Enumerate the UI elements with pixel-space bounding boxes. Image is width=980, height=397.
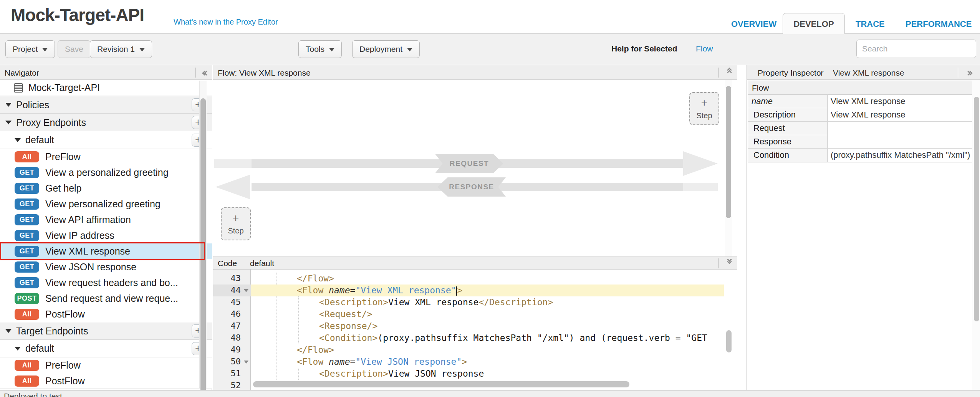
request-arrowhead-icon bbox=[683, 151, 718, 176]
navigator-title: Navigator bbox=[5, 68, 39, 78]
proxy-editor-app: Mock-Target-API What's new in the Proxy … bbox=[0, 0, 980, 397]
caret-down-icon bbox=[407, 48, 412, 51]
nav-target-postflow[interactable]: All PostFlow bbox=[0, 373, 212, 389]
property-inspector-scrollbar[interactable] bbox=[972, 80, 980, 390]
app-header: Mock-Target-API What's new in the Proxy … bbox=[0, 0, 980, 34]
deployment-menu-button[interactable]: Deployment bbox=[352, 40, 420, 58]
property-table: Flow name View XML response Description … bbox=[748, 81, 973, 162]
nav-flow-view-personalized-greeting[interactable]: GET View personalized greeting bbox=[0, 196, 212, 212]
nav-target-endpoint-default[interactable]: default + bbox=[0, 340, 212, 357]
property-value-field[interactable] bbox=[827, 122, 972, 135]
nav-target-preflow[interactable]: All PreFlow bbox=[0, 357, 212, 373]
code-line: </Flow> bbox=[251, 344, 724, 356]
line-number: 44 bbox=[231, 285, 241, 295]
property-row-name: name View XML response bbox=[748, 95, 972, 108]
nav-flow-send-request[interactable]: POST Send request and view reque... bbox=[0, 291, 212, 306]
flow-panel: Flow: View XML response + Step REQUEST bbox=[213, 65, 737, 390]
nav-flow-preflow[interactable]: All PreFlow bbox=[0, 149, 212, 165]
disclosure-triangle-icon[interactable] bbox=[15, 347, 21, 351]
line-number: 49 bbox=[231, 345, 241, 354]
method-badge-all: All bbox=[15, 375, 39, 387]
nav-section-proxy-endpoints[interactable]: Proxy Endpoints + bbox=[0, 114, 212, 131]
proxy-icon bbox=[14, 83, 23, 93]
collapse-flow-panel-icon[interactable] bbox=[728, 68, 731, 73]
code-line: <Description>View JSON response bbox=[251, 368, 724, 380]
divider bbox=[958, 68, 958, 78]
disclosure-triangle-icon[interactable] bbox=[15, 138, 21, 142]
divider bbox=[718, 258, 719, 268]
property-label: Description bbox=[748, 108, 827, 121]
property-inspector-title: Property Inspector bbox=[758, 68, 824, 78]
code-editor[interactable]: 43 44 45 46 47 48 49 50 51 52 </Flow> <F… bbox=[213, 270, 737, 390]
navigator-scrollbar[interactable] bbox=[199, 81, 207, 388]
line-number: 43 bbox=[231, 273, 241, 283]
nav-flow-view-json-response[interactable]: GET View JSON response bbox=[0, 259, 212, 275]
tab-overview[interactable]: OVERVIEW bbox=[731, 19, 776, 29]
code-panel-header: Code default bbox=[213, 256, 737, 270]
flow-canvas-scrollbar-thumb[interactable] bbox=[726, 86, 731, 218]
property-inspector-header: Property Inspector View XML response bbox=[747, 65, 980, 80]
tools-menu-button[interactable]: Tools bbox=[298, 40, 342, 58]
fold-caret-icon[interactable] bbox=[244, 361, 248, 364]
help-for-selected-label: Help for Selected bbox=[611, 44, 677, 53]
flow-canvas-scrollbar[interactable] bbox=[725, 80, 732, 256]
fold-caret-icon[interactable] bbox=[244, 289, 248, 292]
property-value-field[interactable]: View XML response bbox=[827, 95, 972, 108]
caret-down-icon bbox=[42, 48, 48, 51]
line-number: 48 bbox=[231, 333, 241, 342]
deployed-to-test-label: Deployed to test bbox=[4, 392, 62, 397]
flow-diagram-canvas: + Step REQUEST RESPONSE + bbox=[213, 80, 737, 256]
method-badge-all: All bbox=[15, 360, 39, 371]
property-row-condition: Condition (proxy.pathsuffix MatchesPath … bbox=[748, 149, 972, 162]
nav-flow-view-api-affirmation[interactable]: GET View API affirmation bbox=[0, 212, 212, 228]
property-row-request: Request bbox=[748, 122, 972, 135]
property-label: Response bbox=[748, 135, 827, 148]
method-badge-get: GET bbox=[15, 230, 39, 241]
nav-proxy-endpoint-default[interactable]: default + bbox=[0, 131, 212, 149]
nav-flow-view-a-personalized-greeting[interactable]: GET View a personalized greeting bbox=[0, 165, 212, 180]
nav-section-policies[interactable]: Policies + bbox=[0, 96, 212, 114]
property-value-field[interactable] bbox=[827, 135, 972, 148]
divider bbox=[718, 68, 719, 78]
revision-menu-button[interactable]: Revision 1 bbox=[90, 40, 152, 58]
add-step-button-response[interactable]: + Step bbox=[689, 92, 719, 125]
method-badge-get: GET bbox=[15, 167, 39, 178]
navigator-header: Navigator bbox=[0, 65, 212, 80]
disclosure-triangle-icon[interactable] bbox=[5, 103, 12, 107]
search-input[interactable] bbox=[856, 40, 976, 58]
whats-new-link[interactable]: What's new in the Proxy Editor bbox=[174, 18, 278, 26]
project-menu-button[interactable]: Project bbox=[5, 40, 55, 58]
code-horizontal-scrollbar-thumb[interactable] bbox=[253, 381, 629, 387]
nav-flow-postflow[interactable]: All PostFlow bbox=[0, 306, 212, 322]
response-ribbon: RESPONSE bbox=[437, 177, 506, 197]
bottom-status-strip: Deployed to test bbox=[0, 390, 980, 397]
plus-icon: + bbox=[701, 98, 707, 108]
collapse-code-panel-icon[interactable] bbox=[728, 259, 731, 263]
collapse-panel-icon[interactable] bbox=[203, 69, 208, 76]
caret-down-icon bbox=[329, 48, 334, 51]
property-value-field[interactable]: (proxy.pathsuffix MatchesPath "/xml") an… bbox=[827, 149, 972, 162]
method-badge-get: GET bbox=[15, 277, 39, 288]
tab-performance[interactable]: PERFORMANCE bbox=[906, 19, 972, 29]
nav-flow-view-request-headers[interactable]: GET View request headers and bo... bbox=[0, 275, 212, 291]
nav-flow-get-help[interactable]: GET Get help bbox=[0, 180, 212, 196]
add-step-button-request[interactable]: + Step bbox=[221, 207, 251, 240]
disclosure-triangle-icon[interactable] bbox=[5, 329, 12, 333]
disclosure-triangle-icon[interactable] bbox=[5, 121, 12, 124]
tab-trace[interactable]: TRACE bbox=[856, 19, 885, 29]
nav-flow-view-ip-address[interactable]: GET View IP address bbox=[0, 228, 212, 243]
nav-root-item[interactable]: Mock-Target-API bbox=[0, 80, 212, 96]
code-line: <Request/> bbox=[251, 308, 724, 320]
property-inspector-scrollbar-thumb[interactable] bbox=[974, 97, 979, 321]
tab-develop-label: DEVELOP bbox=[793, 19, 834, 29]
property-value-field[interactable]: View XML response bbox=[827, 108, 972, 121]
code-vertical-scrollbar-thumb[interactable] bbox=[726, 330, 732, 352]
page-title: Mock-Target-API bbox=[11, 5, 144, 25]
line-number: 50 bbox=[231, 357, 241, 366]
nav-section-target-endpoints[interactable]: Target Endpoints + bbox=[0, 322, 212, 340]
navigator-tree: Mock-Target-API Policies + Proxy Endpoin… bbox=[0, 80, 212, 389]
save-button[interactable]: Save bbox=[58, 40, 91, 58]
expand-panel-icon[interactable] bbox=[967, 69, 972, 76]
help-flow-link[interactable]: Flow bbox=[696, 44, 713, 53]
tab-develop[interactable]: DEVELOP bbox=[783, 13, 845, 34]
